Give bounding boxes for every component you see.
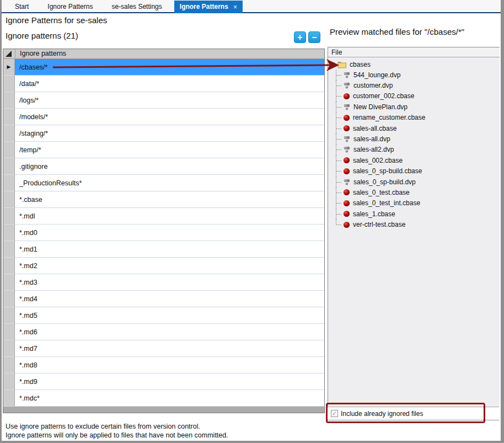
pattern-cell[interactable]: /staging/* <box>15 125 324 142</box>
tab-ignore-patterns[interactable]: Ignore Patterns <box>42 1 98 12</box>
pattern-cell[interactable]: _ProductionResults* <box>15 175 324 191</box>
tree-root-row[interactable]: cbases <box>328 59 500 70</box>
pattern-cell[interactable]: /models/* <box>15 109 324 125</box>
tree-item[interactable]: sales_0_test_int.cbase <box>336 198 500 209</box>
table-row[interactable]: *.md7 <box>3 340 324 357</box>
pattern-cell[interactable]: /temp/* <box>15 142 324 158</box>
table-row[interactable]: /models/* <box>3 109 324 125</box>
table-row[interactable]: *.md9 <box>3 373 324 390</box>
table-row[interactable]: *.md4 <box>3 291 324 307</box>
pattern-cell[interactable]: *.md2 <box>15 258 324 274</box>
table-row[interactable]: _ProductionResults* <box>3 175 324 191</box>
tree-connector <box>336 155 343 166</box>
row-selector-cell[interactable] <box>3 307 15 324</box>
cbase-icon <box>343 93 350 100</box>
row-selector-cell[interactable] <box>3 241 15 258</box>
table-row[interactable]: /temp/* <box>3 142 324 158</box>
table-row[interactable]: *.mdl <box>3 208 324 225</box>
pattern-cell[interactable]: /cbases/* <box>15 59 324 76</box>
ignore-patterns-column-header[interactable]: Ignore patterns <box>15 49 324 58</box>
table-row[interactable]: *.md5 <box>3 307 324 324</box>
tree-item[interactable]: New DivePlan.dvp <box>336 102 500 112</box>
pattern-cell[interactable]: *.md3 <box>15 274 324 291</box>
tree-item[interactable]: sales_0_test.cbase <box>336 187 500 198</box>
table-row[interactable]: .gitignore <box>3 158 324 175</box>
row-selector-cell[interactable] <box>3 291 15 307</box>
pattern-cell[interactable]: /data/* <box>15 76 324 92</box>
row-selector-cell[interactable] <box>3 142 15 158</box>
table-row[interactable]: *.md3 <box>3 274 324 291</box>
window-border-bottom <box>0 441 504 443</box>
row-selector-cell[interactable] <box>3 208 15 225</box>
pattern-cell[interactable]: *.cbase <box>15 191 324 208</box>
tree-item[interactable]: customer_002.cbase <box>336 91 500 102</box>
tree-item[interactable]: 544_lounge.dvp <box>336 70 500 80</box>
row-selector-cell[interactable] <box>3 76 15 92</box>
tree-item[interactable]: sales-all.dvp <box>336 134 500 144</box>
tree-item[interactable]: sales_002.cbase <box>336 155 500 166</box>
pattern-cell[interactable]: *.md6 <box>15 324 324 340</box>
row-selector-cell[interactable] <box>3 158 15 175</box>
row-selector-cell[interactable]: ▶ <box>3 59 15 76</box>
table-row[interactable]: *.cbase <box>3 191 324 208</box>
table-row[interactable]: /staging/* <box>3 125 324 142</box>
tree-item[interactable]: sales_0_sp-build.cbase <box>336 166 500 177</box>
pattern-cell[interactable]: *.mdl <box>15 208 324 225</box>
table-row[interactable]: ▶ /cbases/* <box>3 59 324 76</box>
row-selector-cell[interactable] <box>3 357 15 373</box>
table-row[interactable]: *.md8 <box>3 357 324 373</box>
tree-item[interactable]: sales_1.cbase <box>336 209 500 219</box>
row-selector-cell[interactable] <box>3 175 15 191</box>
add-pattern-button[interactable]: + <box>294 31 306 43</box>
select-all-cell[interactable] <box>3 49 15 58</box>
tab-start[interactable]: Start <box>9 1 34 12</box>
tab-ignore-patterns-active[interactable]: Ignore Patterns × <box>174 1 243 13</box>
row-selector-cell[interactable] <box>3 390 15 407</box>
pattern-cell[interactable]: *.md1 <box>15 241 324 258</box>
tree-item-label: customer_002.cbase <box>353 92 414 100</box>
pattern-cell[interactable]: *.md9 <box>15 373 324 390</box>
tree-item[interactable]: rename_customer.cbase <box>336 113 500 123</box>
table-row[interactable]: /data/* <box>3 76 324 92</box>
table-row[interactable]: *.md6 <box>3 324 324 340</box>
pattern-cell[interactable]: *.md4 <box>15 291 324 307</box>
pattern-cell[interactable]: *.md8 <box>15 357 324 373</box>
table-row[interactable]: *.md0 <box>3 225 324 241</box>
cbase-icon <box>343 189 350 196</box>
close-tab-icon[interactable]: × <box>233 3 238 10</box>
file-column-header[interactable]: File <box>328 47 500 57</box>
tree-item[interactable]: sales_0_sp-build.dvp <box>336 177 500 187</box>
pattern-cell[interactable]: /logs/* <box>15 92 324 109</box>
row-selector-cell[interactable] <box>3 191 15 208</box>
tree-item[interactable]: customer.dvp <box>336 80 500 90</box>
tree-item[interactable]: sales-all.cbase <box>336 123 500 134</box>
row-selector-cell[interactable] <box>3 258 15 274</box>
table-row[interactable]: *.md2 <box>3 258 324 274</box>
tree-expander-icon[interactable] <box>330 62 335 67</box>
tree-connector <box>336 102 343 112</box>
pattern-cell[interactable]: *.md7 <box>15 340 324 357</box>
row-selector-cell[interactable] <box>3 340 15 357</box>
tree-items: 544_lounge.dvp customer.dvp customer_002… <box>336 70 500 230</box>
tree-item[interactable]: sales-all2.dvp <box>336 145 500 155</box>
row-selector-cell[interactable] <box>3 109 15 125</box>
tab-se-sales-settings[interactable]: se-sales Settings <box>106 1 167 12</box>
remove-pattern-button[interactable]: − <box>308 31 320 43</box>
tree-item[interactable]: ver-ctrl-test.cbase <box>336 219 500 229</box>
cbase-icon <box>343 157 350 164</box>
row-selector-cell[interactable] <box>3 324 15 340</box>
pattern-cell[interactable]: .gitignore <box>15 158 324 175</box>
table-row[interactable]: *.md1 <box>3 241 324 258</box>
table-row[interactable]: /logs/* <box>3 92 324 109</box>
tree-item-label: sales-all2.dvp <box>353 146 394 153</box>
include-ignored-checkbox[interactable]: ✓ <box>331 410 338 417</box>
pattern-cell[interactable]: *.md5 <box>15 307 324 324</box>
row-selector-cell[interactable] <box>3 373 15 390</box>
pattern-cell[interactable]: *.mdc* <box>15 390 324 407</box>
row-selector-cell[interactable] <box>3 92 15 109</box>
pattern-cell[interactable]: *.md0 <box>15 225 324 241</box>
row-selector-cell[interactable] <box>3 225 15 241</box>
table-row[interactable]: *.mdc* <box>3 390 324 407</box>
row-selector-cell[interactable] <box>3 274 15 291</box>
row-selector-cell[interactable] <box>3 125 15 142</box>
